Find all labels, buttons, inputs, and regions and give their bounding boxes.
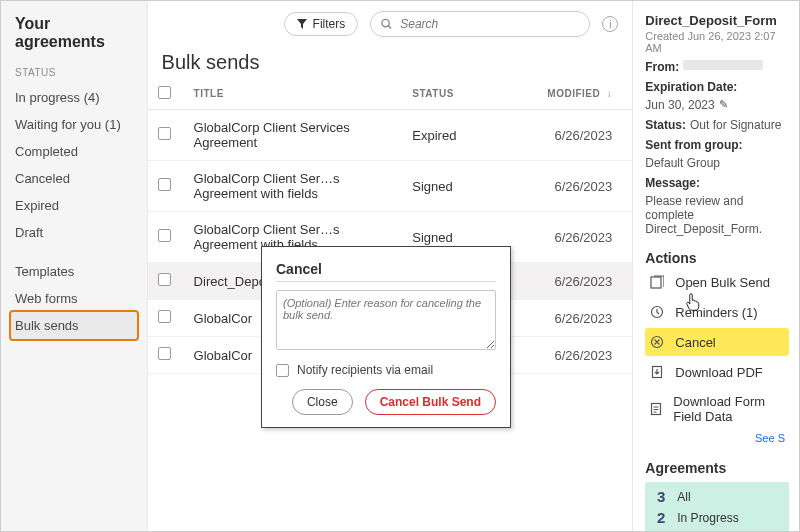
filters-button[interactable]: Filters — [284, 12, 359, 36]
action-reminders-label: Reminders (1) — [675, 305, 757, 320]
from-value-redacted — [683, 60, 763, 70]
agreements-all[interactable]: 3 All — [651, 486, 783, 507]
clock-icon — [649, 304, 665, 320]
row-status: Expired — [402, 110, 532, 161]
row-status: Signed — [402, 161, 532, 212]
expiration-value: Jun 30, 2023 — [645, 98, 714, 112]
inprog-label: In Progress — [677, 511, 738, 525]
col-modified[interactable]: MODIFIED ↓ — [532, 78, 632, 110]
modal-close-button[interactable]: Close — [292, 389, 353, 415]
section-title: Bulk sends — [148, 43, 633, 78]
agreements-heading: Agreements — [645, 460, 789, 476]
row-checkbox[interactable] — [158, 178, 171, 191]
open-icon — [649, 274, 665, 290]
actions-heading: Actions — [645, 250, 789, 266]
col-title[interactable]: TITLE — [184, 78, 403, 110]
sidebar-item-waiting[interactable]: Waiting for you (1) — [1, 111, 147, 138]
select-all-checkbox[interactable] — [158, 86, 171, 99]
action-open-label: Open Bulk Send — [675, 275, 770, 290]
sidebar-item-templates[interactable]: Templates — [1, 258, 147, 285]
see-all-link[interactable]: See S — [755, 432, 785, 444]
search-box[interactable] — [370, 11, 590, 37]
row-modified: 6/26/2023 — [532, 110, 632, 161]
action-open-bulk-send[interactable]: Open Bulk Send — [645, 268, 789, 296]
cancel-icon — [649, 334, 665, 350]
page-title: Your agreements — [1, 11, 147, 63]
filter-icon — [297, 19, 307, 29]
agreements-waiting[interactable]: 1 Waiting for You — [651, 528, 783, 531]
status-label: Status: — [645, 118, 686, 132]
message-label: Message: — [645, 176, 700, 190]
expiration-label: Expiration Date: — [645, 80, 737, 94]
status-value: Out for Signature — [690, 118, 781, 132]
all-count: 3 — [651, 488, 665, 505]
row-modified: 6/26/2023 — [532, 161, 632, 212]
action-download-ff-label: Download Form Field Data — [673, 394, 785, 424]
row-title: GlobalCorp Client Services Agreement — [184, 110, 403, 161]
sidebar-item-web-forms[interactable]: Web forms — [1, 285, 147, 312]
status-section-label: STATUS — [1, 63, 147, 84]
action-cancel-label: Cancel — [675, 335, 715, 350]
row-checkbox[interactable] — [158, 127, 171, 140]
action-download-form-field[interactable]: Download Form Field Data — [645, 388, 789, 430]
download-data-icon — [649, 401, 663, 417]
action-download-pdf-label: Download PDF — [675, 365, 762, 380]
col-modified-label: MODIFIED — [547, 88, 600, 99]
action-reminders[interactable]: Reminders (1) — [645, 298, 789, 326]
action-cancel[interactable]: Cancel — [645, 328, 789, 356]
sidebar: Your agreements STATUS In progress (4) W… — [1, 1, 148, 531]
inprog-count: 2 — [651, 509, 665, 526]
col-status[interactable]: STATUS — [402, 78, 532, 110]
modal-title: Cancel — [276, 261, 496, 277]
row-checkbox[interactable] — [158, 347, 171, 360]
action-download-pdf[interactable]: Download PDF — [645, 358, 789, 386]
row-modified: 6/26/2023 — [532, 300, 632, 337]
filters-label: Filters — [313, 17, 346, 31]
sidebar-item-in-progress[interactable]: In progress (4) — [1, 84, 147, 111]
row-checkbox[interactable] — [158, 273, 171, 286]
group-label: Sent from group: — [645, 138, 742, 152]
all-label: All — [677, 490, 690, 504]
details-created: Created Jun 26, 2023 2:07 AM — [645, 30, 789, 54]
sidebar-item-canceled[interactable]: Canceled — [1, 165, 147, 192]
cancel-modal: Cancel Notify recipients via email Close… — [261, 246, 511, 428]
edit-expiration-icon[interactable]: ✎ — [719, 98, 728, 112]
search-input[interactable] — [398, 16, 579, 32]
message-value: Please review and complete Direct_Deposi… — [645, 194, 789, 236]
row-title: GlobalCorp Client Ser…s Agreement with f… — [184, 161, 403, 212]
sidebar-item-draft[interactable]: Draft — [1, 219, 147, 246]
waiting-count: 1 — [651, 530, 665, 531]
table-row[interactable]: GlobalCorp Client Services AgreementExpi… — [148, 110, 633, 161]
info-icon[interactable]: i — [602, 16, 618, 32]
sidebar-item-expired[interactable]: Expired — [1, 192, 147, 219]
svg-point-0 — [382, 19, 389, 26]
details-title: Direct_Deposit_Form — [645, 13, 789, 28]
row-modified: 6/26/2023 — [532, 212, 632, 263]
notify-checkbox[interactable] — [276, 364, 289, 377]
search-icon — [381, 18, 392, 30]
from-label: From: — [645, 60, 679, 74]
row-checkbox[interactable] — [158, 310, 171, 323]
table-row[interactable]: GlobalCorp Client Ser…s Agreement with f… — [148, 161, 633, 212]
svg-rect-1 — [651, 277, 661, 288]
agreements-summary: 3 All 2 In Progress 1 Waiting for You — [645, 482, 789, 531]
row-modified: 6/26/2023 — [532, 337, 632, 374]
sidebar-item-bulk-sends[interactable]: Bulk sends — [11, 312, 137, 339]
cancel-reason-input[interactable] — [276, 290, 496, 350]
group-value: Default Group — [645, 156, 720, 170]
details-panel: Direct_Deposit_Form Created Jun 26, 2023… — [632, 1, 799, 531]
row-modified: 6/26/2023 — [532, 263, 632, 300]
modal-cancel-bulk-send-button[interactable]: Cancel Bulk Send — [365, 389, 496, 415]
download-pdf-icon — [649, 364, 665, 380]
agreements-in-progress[interactable]: 2 In Progress — [651, 507, 783, 528]
sort-down-icon: ↓ — [604, 88, 613, 99]
row-checkbox[interactable] — [158, 229, 171, 242]
notify-label: Notify recipients via email — [297, 363, 433, 377]
sidebar-item-completed[interactable]: Completed — [1, 138, 147, 165]
